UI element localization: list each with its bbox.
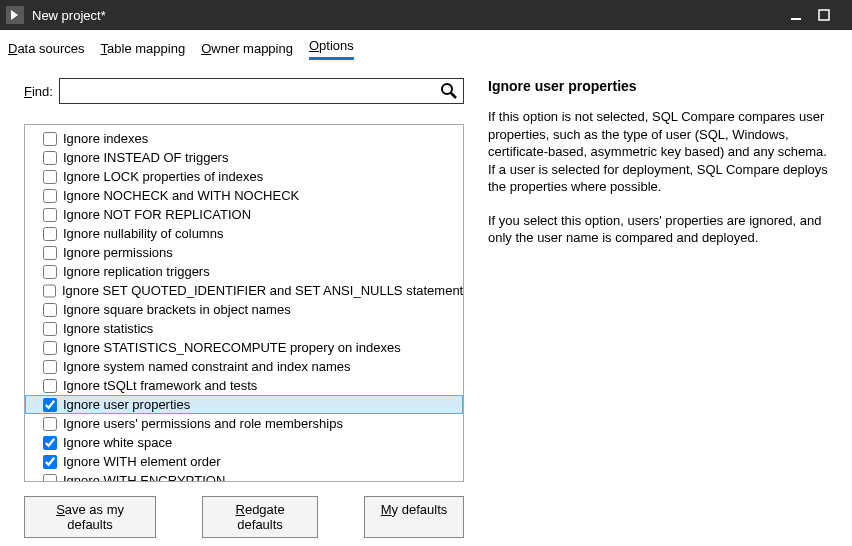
content-area: Find: Ignore indexesIgnore INSTEAD OF tr… xyxy=(0,60,852,546)
window-title: New project* xyxy=(32,8,790,23)
detail-paragraph-2: If you select this option, users' proper… xyxy=(488,212,834,247)
find-input[interactable] xyxy=(59,78,464,104)
app-window: New project* Data sources Table mapping … xyxy=(0,0,852,546)
option-item[interactable]: Ignore system named constraint and index… xyxy=(25,357,463,376)
detail-paragraph-1: If this option is not selected, SQL Comp… xyxy=(488,108,834,196)
option-item[interactable]: Ignore user properties xyxy=(25,395,463,414)
option-checkbox[interactable] xyxy=(43,189,57,203)
option-checkbox[interactable] xyxy=(43,436,57,450)
option-label: Ignore replication triggers xyxy=(63,262,210,281)
option-checkbox[interactable] xyxy=(43,208,57,222)
tabbar: Data sources Table mapping Owner mapping… xyxy=(0,30,852,60)
svg-line-3 xyxy=(451,93,456,98)
titlebar: New project* xyxy=(0,0,852,30)
option-checkbox[interactable] xyxy=(43,474,57,482)
option-item[interactable]: Ignore NOT FOR REPLICATION xyxy=(25,205,463,224)
option-item[interactable]: Ignore INSTEAD OF triggers xyxy=(25,148,463,167)
options-panel: Find: Ignore indexesIgnore INSTEAD OF tr… xyxy=(24,78,464,538)
option-label: Ignore users' permissions and role membe… xyxy=(63,414,343,433)
option-label: Ignore permissions xyxy=(63,243,173,262)
tab-options[interactable]: Options xyxy=(309,38,354,60)
option-label: Ignore WITH ENCRYPTION xyxy=(63,471,225,481)
option-item[interactable]: Ignore LOCK properties of indexes xyxy=(25,167,463,186)
option-checkbox[interactable] xyxy=(43,132,57,146)
option-checkbox[interactable] xyxy=(43,455,57,469)
find-label: Find: xyxy=(24,84,53,99)
option-label: Ignore WITH element order xyxy=(63,452,221,471)
option-label: Ignore user properties xyxy=(63,395,190,414)
svg-rect-0 xyxy=(791,18,801,20)
option-item[interactable]: Ignore square brackets in object names xyxy=(25,300,463,319)
option-label: Ignore indexes xyxy=(63,129,148,148)
option-checkbox[interactable] xyxy=(43,379,57,393)
option-checkbox[interactable] xyxy=(43,170,57,184)
option-label: Ignore NOT FOR REPLICATION xyxy=(63,205,251,224)
tab-table-mapping[interactable]: Table mapping xyxy=(101,41,186,60)
option-checkbox[interactable] xyxy=(43,360,57,374)
redgate-defaults-button[interactable]: Redgate defaults xyxy=(202,496,318,538)
option-item[interactable]: Ignore nullability of columns xyxy=(25,224,463,243)
option-label: Ignore nullability of columns xyxy=(63,224,223,243)
option-item[interactable]: Ignore SET QUOTED_IDENTIFIER and SET ANS… xyxy=(25,281,463,300)
find-row: Find: xyxy=(24,78,464,104)
option-checkbox[interactable] xyxy=(43,246,57,260)
option-item[interactable]: Ignore users' permissions and role membe… xyxy=(25,414,463,433)
option-item[interactable]: Ignore tSQLt framework and tests xyxy=(25,376,463,395)
option-label: Ignore STATISTICS_NORECOMPUTE propery on… xyxy=(63,338,401,357)
search-icon[interactable] xyxy=(440,82,458,100)
tab-data-sources[interactable]: Data sources xyxy=(8,41,85,60)
detail-title: Ignore user properties xyxy=(488,78,834,94)
option-item[interactable]: Ignore statistics xyxy=(25,319,463,338)
detail-panel: Ignore user properties If this option is… xyxy=(488,78,844,538)
option-label: Ignore statistics xyxy=(63,319,153,338)
my-defaults-button[interactable]: My defaults xyxy=(364,496,464,538)
option-item[interactable]: Ignore WITH ENCRYPTION xyxy=(25,471,463,481)
option-item[interactable]: Ignore NOCHECK and WITH NOCHECK xyxy=(25,186,463,205)
save-as-my-defaults-button[interactable]: Save as my defaults xyxy=(24,496,156,538)
option-label: Ignore LOCK properties of indexes xyxy=(63,167,263,186)
option-label: Ignore white space xyxy=(63,433,172,452)
option-item[interactable]: Ignore STATISTICS_NORECOMPUTE propery on… xyxy=(25,338,463,357)
option-checkbox[interactable] xyxy=(43,265,57,279)
app-icon xyxy=(6,6,24,24)
option-checkbox[interactable] xyxy=(43,284,56,298)
option-checkbox[interactable] xyxy=(43,322,57,336)
option-item[interactable]: Ignore replication triggers xyxy=(25,262,463,281)
options-list-container: Ignore indexesIgnore INSTEAD OF triggers… xyxy=(24,124,464,482)
svg-point-2 xyxy=(442,84,452,94)
defaults-buttons-row: Save as my defaults Redgate defaults My … xyxy=(24,496,464,538)
option-label: Ignore square brackets in object names xyxy=(63,300,291,319)
option-label: Ignore system named constraint and index… xyxy=(63,357,351,376)
option-checkbox[interactable] xyxy=(43,227,57,241)
option-checkbox[interactable] xyxy=(43,398,57,412)
option-checkbox[interactable] xyxy=(43,417,57,431)
option-label: Ignore NOCHECK and WITH NOCHECK xyxy=(63,186,299,205)
minimize-button[interactable] xyxy=(790,9,818,21)
option-checkbox[interactable] xyxy=(43,341,57,355)
option-checkbox[interactable] xyxy=(43,303,57,317)
option-checkbox[interactable] xyxy=(43,151,57,165)
option-item[interactable]: Ignore white space xyxy=(25,433,463,452)
maximize-button[interactable] xyxy=(818,9,846,21)
tab-owner-mapping[interactable]: Owner mapping xyxy=(201,41,293,60)
option-item[interactable]: Ignore WITH element order xyxy=(25,452,463,471)
option-label: Ignore INSTEAD OF triggers xyxy=(63,148,228,167)
option-item[interactable]: Ignore indexes xyxy=(25,129,463,148)
option-label: Ignore SET QUOTED_IDENTIFIER and SET ANS… xyxy=(62,281,463,300)
options-list[interactable]: Ignore indexesIgnore INSTEAD OF triggers… xyxy=(25,125,463,481)
option-item[interactable]: Ignore permissions xyxy=(25,243,463,262)
option-label: Ignore tSQLt framework and tests xyxy=(63,376,257,395)
svg-rect-1 xyxy=(819,10,829,20)
find-box xyxy=(59,78,464,104)
